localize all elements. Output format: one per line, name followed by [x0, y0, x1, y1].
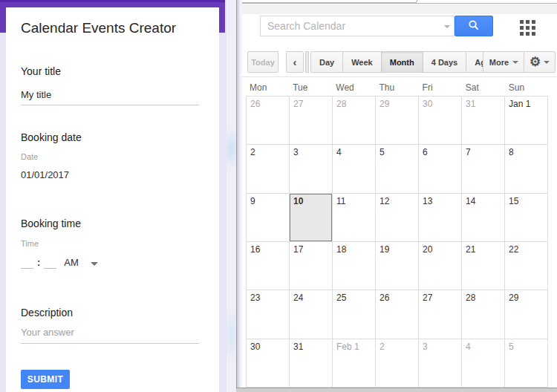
- day-header-fri: Fri: [419, 80, 462, 96]
- calendar-cell[interactable]: 31: [462, 97, 505, 145]
- gear-icon: ⚙: [530, 56, 541, 68]
- calendar-week-row: 16171819202122: [247, 242, 548, 290]
- day-header-tue: Tue: [289, 80, 332, 96]
- calendar-cell[interactable]: 24: [290, 290, 333, 339]
- view-button-day[interactable]: Day: [310, 51, 342, 73]
- day-header-sun: Sun: [505, 80, 548, 96]
- today-button[interactable]: Today: [247, 51, 278, 73]
- window-left-edge: [236, 0, 242, 392]
- day-header-mon: Mon: [246, 80, 289, 96]
- title-input-value[interactable]: My title: [21, 89, 51, 100]
- calendar-cell[interactable]: 20: [419, 242, 462, 290]
- search-icon: [468, 19, 480, 33]
- view-button-4-days[interactable]: 4 Days: [423, 51, 466, 73]
- time-sublabel: Time: [21, 239, 39, 248]
- calendar-cell[interactable]: 26: [247, 97, 290, 145]
- calendar-cell[interactable]: 2: [376, 339, 419, 388]
- meridiem-select[interactable]: AM: [64, 257, 79, 268]
- description-input-underline[interactable]: [21, 343, 199, 344]
- calendar-cell[interactable]: 8: [505, 145, 548, 193]
- calendar-cell[interactable]: 5: [376, 145, 419, 193]
- next-button-sliver[interactable]: [305, 51, 309, 73]
- time-separator: :: [37, 257, 40, 268]
- form-card: Calendar Events Creator Your title My ti…: [6, 7, 219, 392]
- calendar-cell[interactable]: 28: [333, 97, 376, 145]
- calendar-cell[interactable]: 29: [505, 290, 548, 339]
- calendar-panel: Today ‹ DayWeekMonth4 DaysAgenda More ⚙ …: [236, 0, 557, 392]
- calendar-cell[interactable]: 30: [247, 339, 290, 388]
- meridiem-dropdown-icon[interactable]: [91, 262, 98, 266]
- description-input-placeholder[interactable]: Your answer: [21, 327, 74, 338]
- time-minute-input[interactable]: [44, 257, 56, 269]
- calendar-cell[interactable]: 25: [333, 290, 376, 339]
- day-header-sat: Sat: [462, 80, 505, 96]
- calendar-cell[interactable]: 27: [419, 290, 462, 339]
- calendar-cell[interactable]: 27: [290, 97, 333, 145]
- time-hour-input[interactable]: [21, 257, 33, 269]
- search-input[interactable]: [260, 16, 455, 36]
- calendar-cell[interactable]: 30: [419, 97, 462, 145]
- browser-chrome-top: [236, 0, 557, 4]
- calendar-cell[interactable]: 4: [333, 145, 376, 193]
- search-button[interactable]: [455, 16, 493, 36]
- day-header-wed: Wed: [332, 80, 375, 96]
- calendar-cell[interactable]: 21: [462, 242, 505, 290]
- calendar-cell[interactable]: 18: [333, 242, 376, 290]
- question-date-label: Booking date: [21, 131, 82, 143]
- date-input-value[interactable]: 01/01/2017: [21, 169, 69, 180]
- calendar-cell[interactable]: Jan 1: [505, 97, 548, 145]
- calendar-cell[interactable]: 3: [290, 145, 333, 193]
- calendar-cell[interactable]: 13: [419, 194, 462, 242]
- desktop-gap-strip: [227, 0, 236, 392]
- view-button-month[interactable]: Month: [381, 51, 423, 73]
- calendar-cell[interactable]: 9: [247, 194, 290, 242]
- calendar-cell[interactable]: 22: [505, 242, 548, 290]
- more-dropdown-icon: [512, 61, 518, 64]
- calendar-cell[interactable]: 7: [462, 145, 505, 193]
- settings-button[interactable]: ⚙: [524, 51, 556, 73]
- form-panel: Calendar Events Creator Your title My ti…: [0, 0, 236, 392]
- toolbar-separator: [236, 76, 557, 77]
- calendar-cell[interactable]: 5: [505, 339, 548, 388]
- settings-dropdown-icon: [544, 61, 550, 64]
- calendar-cell[interactable]: 26: [376, 290, 419, 339]
- calendar-cell[interactable]: 31: [290, 339, 333, 388]
- calendar-week-row: 262728293031Jan 1: [247, 97, 548, 145]
- question-title-label: Your title: [21, 65, 61, 77]
- calendar-cell[interactable]: 19: [376, 242, 419, 290]
- form-theme-banner-edge: [0, 0, 225, 2]
- time-input-row: : AM: [21, 252, 98, 269]
- day-header-thu: Thu: [375, 80, 418, 96]
- month-grid: 262728293031Jan 123456789101112131415161…: [246, 96, 548, 388]
- title-input-underline[interactable]: [21, 105, 199, 105]
- calendar-cell[interactable]: 28: [462, 290, 505, 339]
- calendar-week-row: 3031Feb 12345: [247, 339, 548, 388]
- question-time-label: Booking time: [21, 218, 81, 229]
- question-description-label: Description: [21, 307, 73, 318]
- calendar-cell[interactable]: 3: [419, 339, 462, 388]
- calendar-cell[interactable]: 14: [462, 194, 505, 242]
- calendar-cell-today[interactable]: 10: [290, 194, 333, 242]
- more-button[interactable]: More: [483, 51, 525, 73]
- prev-button[interactable]: ‹: [286, 51, 304, 73]
- submit-button[interactable]: SUBMIT: [21, 370, 70, 389]
- calendar-cell[interactable]: 17: [290, 242, 333, 290]
- search-options-arrow-icon[interactable]: [444, 25, 450, 28]
- calendar-cell[interactable]: 6: [419, 145, 462, 193]
- day-header-row: MonTueWedThuFriSatSun: [246, 80, 548, 96]
- calendar-cell[interactable]: 4: [462, 339, 505, 388]
- calendar-cell[interactable]: 29: [376, 97, 419, 145]
- calendar-week-row: 2345678: [247, 145, 548, 193]
- date-sublabel: Date: [21, 152, 38, 161]
- calendar-cell[interactable]: 2: [247, 145, 290, 193]
- calendar-cell[interactable]: 23: [247, 290, 290, 339]
- calendar-week-row: 9101112131415: [247, 194, 548, 242]
- calendar-cell[interactable]: Feb 1: [333, 339, 376, 388]
- apps-grid-icon[interactable]: [520, 20, 535, 36]
- browser-omnibox-fragment: [239, 0, 417, 3]
- calendar-cell[interactable]: 11: [333, 194, 376, 242]
- calendar-cell[interactable]: 16: [247, 242, 290, 290]
- calendar-cell[interactable]: 15: [505, 194, 548, 242]
- calendar-cell[interactable]: 12: [376, 194, 419, 242]
- view-button-week[interactable]: Week: [342, 51, 381, 73]
